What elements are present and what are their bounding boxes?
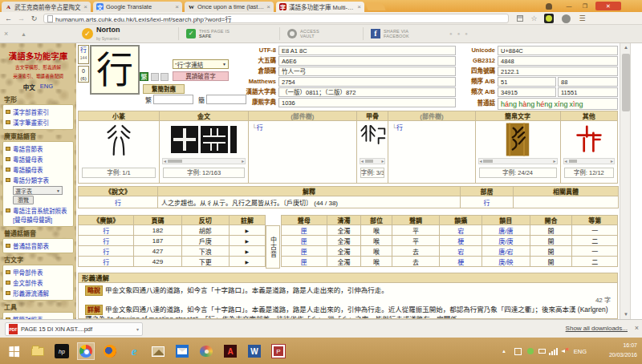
browse-button[interactable]: 瀏覽 xyxy=(13,196,34,204)
show-all-downloads-link[interactable]: Show all downloads... xyxy=(566,325,628,332)
bookmark-star-icon[interactable]: ☆ xyxy=(528,14,540,23)
oracle-scrollbar[interactable]: ◄► xyxy=(360,158,386,164)
new-tab-button[interactable] xyxy=(365,2,385,10)
sidebar-item-finals[interactable]: 粵語韻母表 xyxy=(6,164,72,175)
gy-char-link[interactable]: 行 xyxy=(103,249,109,256)
norton-collapse-icon[interactable]: ▲ xyxy=(21,26,26,41)
bamboo-silk-glyph-image[interactable] xyxy=(476,121,560,158)
scroll-left-icon[interactable]: ◄ xyxy=(163,159,167,164)
trad-input[interactable] xyxy=(153,95,193,104)
oracle-glyph-image[interactable] xyxy=(357,121,388,158)
photos-icon[interactable] xyxy=(149,342,167,360)
language-indicator[interactable]: ENG xyxy=(572,342,588,360)
norton-share-button[interactable]: f SHARE VIAFACEBOOK xyxy=(371,26,409,41)
gy-initial-link[interactable]: 匣 xyxy=(301,259,307,266)
sidebar-item-initials[interactable]: 粵語聲母表 xyxy=(6,154,72,164)
reload-button[interactable]: ↻ xyxy=(29,14,39,23)
incognito-orb-icon[interactable] xyxy=(560,14,572,23)
scroll-right-icon[interactable]: ► xyxy=(610,159,614,164)
close-button[interactable]: ✕ xyxy=(595,2,621,10)
gy-rhyme-link[interactable]: 梗 xyxy=(457,238,464,245)
chrome-icon[interactable] xyxy=(77,342,95,360)
gy-note-toggle[interactable]: ▶ xyxy=(229,246,265,257)
profile-icon[interactable] xyxy=(542,2,555,10)
sidebar-item-syllable[interactable]: 粵語音節表 xyxy=(6,144,72,154)
seal-glyph-image[interactable] xyxy=(79,121,159,158)
gy-rhyme-link[interactable]: 庚/庚 xyxy=(498,238,513,245)
scroll-left-icon[interactable]: ◄ xyxy=(360,159,364,164)
firefox-icon[interactable] xyxy=(101,342,119,360)
scroll-thumb[interactable] xyxy=(622,54,630,111)
browser-tab-1[interactable]: A 武王克商前帝辛占星陶文 × xyxy=(2,2,91,12)
office-app-icon[interactable]: P xyxy=(270,342,287,360)
gy-rhyme-link[interactable]: 梗 xyxy=(457,259,464,266)
sidebar-item-radical-index[interactable]: 漢字部首索引 xyxy=(6,107,72,117)
tree-item-link[interactable]: 行 xyxy=(257,124,263,131)
volume-muted-icon[interactable] xyxy=(559,342,571,360)
scroll-thumb[interactable] xyxy=(483,160,493,163)
sidebar-item-etymology[interactable]: 形義源流通解 xyxy=(6,288,72,298)
start-button[interactable] xyxy=(5,342,22,360)
tab-close-icon[interactable]: × xyxy=(83,3,87,10)
bronze-scrollbar[interactable]: ◄► xyxy=(162,158,246,164)
browser-tab-3[interactable]: W Once upon a time (last na × xyxy=(185,2,274,12)
lang-zh-link[interactable]: 中文 xyxy=(23,83,35,91)
security-tray-icon[interactable] xyxy=(525,342,536,360)
stroke-count-box[interactable]: 0(6) xyxy=(78,66,89,83)
hidden-icons-tray[interactable]: ▲ xyxy=(499,342,509,360)
menu-icon[interactable]: ☰ xyxy=(576,14,588,23)
scroll-down-icon[interactable]: ▼ xyxy=(620,310,632,319)
taskbar-clock[interactable]: 16:07 20/03/2016 xyxy=(609,341,637,360)
norton-vault-button[interactable]: ACCESSVAULT xyxy=(287,26,319,41)
shuowen-char-link[interactable]: 行 xyxy=(115,200,121,207)
trad-simp-tab[interactable]: 繁簡對應 xyxy=(143,84,185,94)
gy-char-link[interactable]: 行 xyxy=(103,228,109,235)
minimize-button[interactable]: — xyxy=(562,2,576,10)
gy-rhyme-link[interactable]: 唐/宕 xyxy=(498,249,513,256)
sidebar-item-romanization[interactable]: 粵語注音系統對照表 xyxy=(6,205,72,216)
sidebar-item-stroke-index[interactable]: 漢字筆畫索引 xyxy=(6,117,72,127)
gy-initial-link[interactable]: 匣 xyxy=(301,228,307,235)
gy-note-toggle[interactable]: ▶ xyxy=(229,225,265,236)
gy-initial-link[interactable]: 匣 xyxy=(301,238,307,245)
battery-tray-icon[interactable] xyxy=(536,342,547,360)
file-explorer-icon[interactable] xyxy=(29,342,47,360)
sidebar-item-classified[interactable]: 粵語分類字表 xyxy=(6,175,72,185)
gy-rhyme-link[interactable]: 庚/映 xyxy=(498,259,513,266)
scroll-right-icon[interactable]: ► xyxy=(241,159,245,164)
scroll-thumb[interactable] xyxy=(365,160,373,163)
tab-close-icon[interactable]: × xyxy=(266,3,270,10)
hp-app-icon[interactable]: hp xyxy=(53,342,71,360)
other-scrollbar[interactable]: ◄► xyxy=(563,158,615,164)
chevron-down-icon[interactable]: ▾ xyxy=(136,326,139,332)
bamboo-scrollbar[interactable]: ◄► xyxy=(478,158,558,164)
sidebar-item-romanization-sub[interactable]: [聲母韻母聲調] xyxy=(6,216,72,224)
gy-rhyme-link[interactable]: 宕 xyxy=(457,249,464,256)
scroll-left-icon[interactable]: ◄ xyxy=(564,159,568,164)
download-bar-close-icon[interactable]: × xyxy=(635,324,639,332)
gy-char-link[interactable]: 行 xyxy=(103,238,109,245)
back-button[interactable]: ← xyxy=(3,14,14,23)
scroll-right-icon[interactable]: ► xyxy=(553,159,557,164)
pinyin-readings[interactable]: háng hàng héng xíng xìng xyxy=(498,98,618,110)
shuowen-section-link[interactable]: 行 xyxy=(484,200,490,207)
disabled-variant-button[interactable] xyxy=(151,73,159,81)
scroll-up-icon[interactable]: ▲ xyxy=(620,43,632,52)
page-scrollbar[interactable]: ▲ ▼ xyxy=(620,43,631,319)
bronze-glyph-images[interactable] xyxy=(160,121,248,158)
sidebar-item-pth-syllable[interactable]: 普通話音節表 xyxy=(6,241,72,251)
sidebar-item-bronze-parts[interactable]: 金文部件表 xyxy=(6,277,72,288)
norton-extension-icon[interactable] xyxy=(542,14,555,23)
tab-close-icon[interactable]: × xyxy=(175,3,179,10)
sidebar-item-oracle-parts[interactable]: 甲骨部件表 xyxy=(6,267,72,277)
network-signal-icon[interactable] xyxy=(547,342,559,360)
address-bar[interactable]: humanum.arts.cuhk.edu.hk/Lexis/lexi-mf/s… xyxy=(43,14,509,23)
browser-tab-2[interactable]: 文 Google Translate × xyxy=(93,2,182,12)
browser-tab-active[interactable]: 字 漢語多功能字庫 Multi-fun × xyxy=(276,2,364,12)
word-icon[interactable]: W xyxy=(246,342,263,360)
word-table-select[interactable]: 選字表▼ xyxy=(13,186,63,195)
lang-eng-link[interactable]: ENG xyxy=(40,83,53,91)
tab-close-icon[interactable]: × xyxy=(357,3,361,10)
gy-note-toggle[interactable]: ▶ xyxy=(229,236,265,246)
gy-note-toggle[interactable]: ▶ xyxy=(229,257,265,267)
